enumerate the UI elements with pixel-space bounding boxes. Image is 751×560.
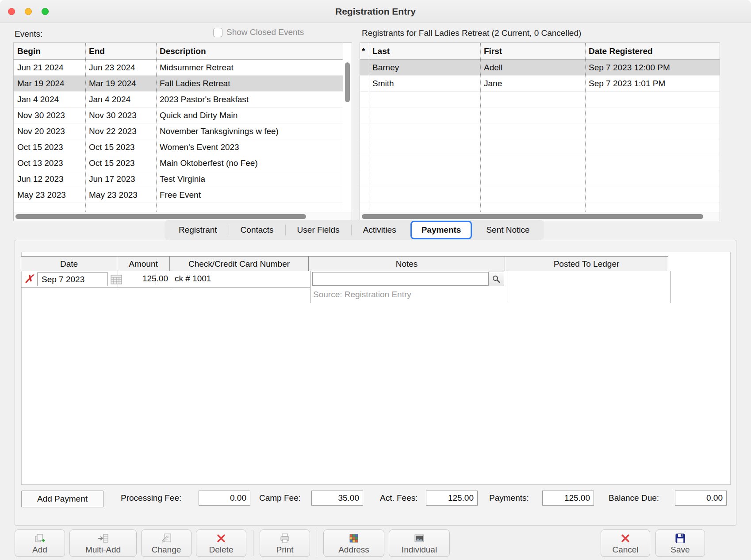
registrant-first: Jane	[480, 76, 585, 91]
act-fees-label: Act. Fees:	[380, 493, 418, 503]
search-icon	[492, 275, 501, 284]
events-col-end[interactable]: End	[85, 43, 156, 59]
processing-fee-value: 0.00	[199, 491, 250, 506]
registrant-star	[360, 76, 369, 91]
registrants-horizontal-scrollbar[interactable]	[360, 212, 720, 221]
minimize-window-button[interactable]	[25, 8, 32, 15]
event-begin: Nov 30 2023	[14, 107, 85, 123]
payment-amount-input[interactable]: 125.00	[118, 271, 171, 287]
events-table-header: Begin End Description	[14, 43, 352, 60]
events-col-begin[interactable]: Begin	[14, 43, 85, 59]
payment-notes-input[interactable]	[312, 272, 488, 286]
payments-col-notes: Notes	[308, 256, 505, 271]
payment-check-number-input[interactable]: ck # 1001	[171, 271, 310, 287]
empty-row	[360, 123, 720, 139]
event-row-selected[interactable]: Mar 19 2024 Mar 19 2024 Fall Ladies Retr…	[14, 76, 352, 92]
cancel-button[interactable]: Cancel	[601, 529, 650, 557]
event-end: May 23 2023	[85, 187, 156, 203]
event-row[interactable]: Jun 21 2024 Jun 23 2024 Midsummer Retrea…	[14, 60, 352, 76]
event-begin: Jan 4 2024	[14, 92, 85, 107]
event-description: Test Virginia	[156, 171, 352, 187]
tab-bar: Registrant Contacts User Fields Activiti…	[165, 220, 544, 240]
events-horizontal-scrollbar-thumb[interactable]	[15, 214, 306, 219]
print-button[interactable]: Print	[260, 529, 310, 557]
multi-add-icon	[97, 533, 109, 544]
registrant-date-registered: Sep 7 2023 1:01 PM	[585, 76, 720, 91]
registrant-last: Barney	[369, 60, 480, 75]
event-end: Nov 22 2023	[85, 123, 156, 139]
event-begin: Oct 13 2023	[14, 155, 85, 171]
payments-table-header: Date Amount Check/Credit Card Number Not…	[21, 256, 668, 271]
camp-fee-label: Camp Fee:	[259, 493, 301, 503]
registration-entry-window: Registration Entry Events: Show Closed E…	[0, 0, 751, 560]
processing-fee-label: Processing Fee:	[121, 493, 181, 503]
camp-fee-value: 35.00	[311, 491, 363, 506]
registrants-col-date-registered[interactable]: Date Registered	[585, 43, 720, 59]
add-payment-button[interactable]: Add Payment	[21, 491, 103, 507]
show-closed-events-control[interactable]: Show Closed Events	[213, 27, 304, 37]
registrants-col-first[interactable]: First	[480, 43, 585, 59]
event-row[interactable]: Oct 15 2023 Oct 15 2023 Women's Event 20…	[14, 139, 352, 155]
tab-user-fields[interactable]: User Fields	[286, 220, 351, 240]
registrants-col-last[interactable]: Last	[369, 43, 480, 59]
payment-date-input[interactable]: Sep 7 2023	[37, 272, 108, 286]
tab-sent-notice[interactable]: Sent Notice	[475, 220, 541, 240]
registrant-row[interactable]: Smith Jane Sep 7 2023 1:01 PM	[360, 76, 720, 92]
events-vertical-scrollbar[interactable]	[343, 43, 352, 212]
zoom-window-button[interactable]	[42, 8, 49, 15]
events-horizontal-scrollbar[interactable]	[14, 212, 352, 221]
details-panel: Date Amount Check/Credit Card Number Not…	[15, 240, 736, 525]
multi-add-button[interactable]: Multi-Add	[69, 529, 137, 557]
titlebar: Registration Entry	[0, 0, 751, 23]
event-end: Oct 15 2023	[85, 155, 156, 171]
notes-lookup-button[interactable]	[488, 272, 504, 286]
registrants-table: * Last First Date Registered Barney Adel…	[360, 42, 720, 221]
event-end: Oct 15 2023	[85, 139, 156, 155]
event-row[interactable]: May 23 2023 May 23 2023 Free Event	[14, 187, 352, 203]
add-icon	[34, 533, 46, 544]
delete-button[interactable]: Delete	[196, 529, 246, 557]
event-begin: Oct 15 2023	[14, 139, 85, 155]
registrants-title: Registrants for Fall Ladies Retreat (2 C…	[362, 28, 581, 38]
registrants-col-star[interactable]: *	[360, 43, 369, 59]
traffic-lights	[8, 8, 49, 15]
act-fees-value: 125.00	[426, 491, 478, 506]
event-end: Jan 4 2024	[85, 92, 156, 107]
delete-icon	[215, 533, 227, 544]
close-window-button[interactable]	[8, 8, 15, 15]
delete-payment-row-icon[interactable]: ✗	[24, 272, 34, 286]
registrants-horizontal-scrollbar-thumb[interactable]	[362, 214, 703, 219]
tab-activities[interactable]: Activities	[352, 220, 408, 240]
address-button[interactable]: Address	[323, 529, 384, 557]
show-closed-events-checkbox[interactable]	[213, 28, 222, 37]
event-row[interactable]: Jan 4 2024 Jan 4 2024 2023 Pastor's Brea…	[14, 92, 352, 107]
event-description: Midsummer Retreat	[156, 60, 352, 75]
tab-contacts[interactable]: Contacts	[229, 220, 285, 240]
registrants-table-header: * Last First Date Registered	[360, 43, 720, 60]
event-row[interactable]: Jun 12 2023 Jun 17 2023 Test Virginia	[14, 171, 352, 187]
event-row[interactable]: Nov 30 2023 Nov 30 2023 Quick and Dirty …	[14, 107, 352, 123]
registrant-row-selected[interactable]: Barney Adell Sep 7 2023 12:00 PM	[360, 60, 720, 76]
save-button[interactable]: Save	[655, 529, 705, 557]
events-col-description[interactable]: Description	[156, 43, 352, 59]
payments-total-value: 125.00	[542, 491, 594, 506]
add-button[interactable]: Add	[15, 529, 65, 557]
event-description: 2023 Pastor's Breakfast	[156, 92, 352, 107]
event-row[interactable]: Oct 13 2023 Oct 15 2023 Main Oktoberfest…	[14, 155, 352, 171]
event-begin: May 23 2023	[14, 187, 85, 203]
events-vertical-scrollbar-thumb[interactable]	[345, 62, 350, 102]
event-end: Jun 23 2024	[85, 60, 156, 75]
registrant-last: Smith	[369, 76, 480, 91]
payments-col-posted: Posted To Ledger	[505, 256, 668, 271]
tab-payments[interactable]: Payments	[410, 221, 472, 239]
individual-button[interactable]: Individual	[389, 529, 450, 557]
event-end: Nov 30 2023	[85, 107, 156, 123]
registrant-first: Adell	[480, 60, 585, 75]
change-button[interactable]: Change	[141, 529, 192, 557]
payments-total-label: Payments:	[489, 493, 529, 503]
empty-row	[360, 155, 720, 171]
event-row[interactable]: Nov 20 2023 Nov 22 2023 November Tanksgi…	[14, 123, 352, 139]
event-description: Quick and Dirty Main	[156, 107, 352, 123]
tab-registrant[interactable]: Registrant	[167, 220, 229, 240]
event-begin: Nov 20 2023	[14, 123, 85, 139]
